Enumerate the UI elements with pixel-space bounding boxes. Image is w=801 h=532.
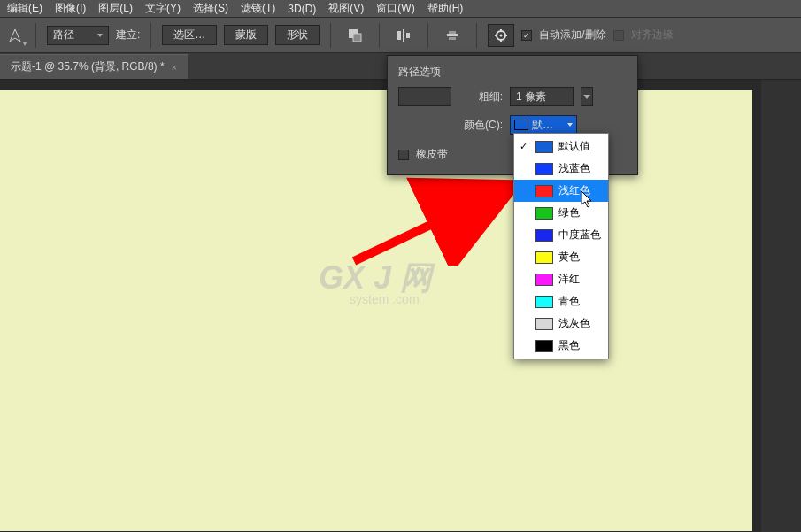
color-option-label: 黑色 [558, 338, 580, 353]
shape-button[interactable]: 形状 [275, 25, 320, 45]
color-dropdown-label: 默… [532, 118, 553, 133]
menu-type[interactable]: 文字(Y) [145, 1, 181, 16]
color-swatch [535, 274, 553, 286]
color-option-label: 绿色 [558, 205, 580, 220]
color-option-label: 青色 [558, 294, 580, 309]
color-option[interactable]: 洋红 [514, 268, 608, 290]
right-panel-strip [761, 80, 801, 532]
color-swatch [535, 318, 553, 330]
mask-button[interactable]: 蒙版 [224, 25, 268, 45]
mode-dropdown-label: 路径 [53, 27, 74, 42]
mode-dropdown[interactable]: 路径 [47, 26, 109, 45]
menu-bar: 编辑(E) 图像(I) 图层(L) 文字(Y) 选择(S) 滤镜(T) 3D(D… [0, 0, 801, 18]
menu-help[interactable]: 帮助(H) [427, 1, 464, 16]
document-tab-title: 示题-1 @ 35.7% (背景, RGB/8) * [11, 59, 165, 74]
color-option[interactable]: 绿色 [514, 202, 608, 224]
color-option[interactable]: 浅红色 [514, 180, 608, 202]
selection-button[interactable]: 选区… [162, 25, 217, 45]
color-option[interactable]: 黄色 [514, 246, 608, 268]
color-dropdown[interactable]: 默… [510, 115, 577, 135]
thickness-input[interactable] [510, 87, 574, 106]
align-edges-label: 对齐边缘 [631, 27, 674, 42]
color-swatch [535, 296, 553, 308]
color-option-label: 黄色 [558, 250, 580, 265]
color-swatch [535, 340, 553, 352]
svg-rect-5 [447, 34, 458, 36]
rubber-band-label: 橡皮带 [416, 147, 448, 162]
svg-rect-6 [449, 31, 456, 34]
thickness-stepper[interactable] [581, 87, 593, 106]
color-option-label: 洋红 [558, 272, 580, 287]
color-option-label: 默认值 [558, 139, 590, 154]
menu-window[interactable]: 窗口(W) [376, 1, 414, 16]
color-swatch [535, 229, 553, 242]
color-swatch [535, 207, 553, 220]
gear-icon[interactable] [488, 24, 514, 47]
color-option[interactable]: 青色 [514, 290, 608, 312]
color-option[interactable]: 浅灰色 [514, 312, 608, 335]
menu-3d[interactable]: 3D(D) [288, 3, 316, 15]
menu-image[interactable]: 图像(I) [55, 1, 86, 16]
menu-filter[interactable]: 滤镜(T) [241, 1, 275, 16]
color-option[interactable]: 浅蓝色 [514, 158, 608, 180]
color-option[interactable]: 黑色 [514, 335, 608, 357]
svg-rect-1 [353, 34, 361, 42]
color-option-label: 中度蓝色 [558, 227, 601, 243]
thickness-label: 粗细: [458, 89, 503, 104]
color-option[interactable]: ✓默认值 [514, 135, 608, 158]
options-toolbar: ▾ 路径 建立: 选区… 蒙版 形状 自动添加/删除 对齐边缘 [0, 18, 801, 53]
align-edges-checkbox [613, 30, 624, 41]
arrange-icon[interactable] [439, 24, 466, 47]
svg-rect-4 [406, 33, 410, 38]
svg-rect-3 [403, 29, 404, 42]
path-color-preview[interactable] [398, 87, 451, 106]
path-operations-icon[interactable] [342, 24, 368, 47]
document-canvas[interactable] [0, 90, 752, 531]
check-icon: ✓ [520, 141, 530, 152]
color-swatch [535, 141, 553, 153]
menu-select[interactable]: 选择(S) [193, 1, 228, 16]
align-icon[interactable] [390, 24, 417, 47]
color-option[interactable]: 中度蓝色 [514, 224, 608, 246]
popup-title: 路径选项 [398, 65, 627, 80]
color-option-label: 浅灰色 [558, 316, 590, 331]
menu-view[interactable]: 视图(V) [328, 1, 364, 16]
color-swatch [535, 163, 553, 175]
color-swatch [535, 185, 553, 197]
auto-add-delete-checkbox[interactable] [521, 30, 532, 41]
canvas-area [0, 80, 761, 532]
auto-add-delete-label: 自动添加/删除 [539, 27, 605, 42]
establish-label: 建立: [116, 27, 140, 42]
menu-edit[interactable]: 编辑(E) [7, 1, 42, 16]
color-option-label: 浅蓝色 [558, 161, 590, 176]
rubber-band-checkbox[interactable] [398, 150, 409, 160]
svg-rect-7 [449, 37, 456, 40]
svg-point-9 [500, 34, 503, 36]
pen-tool-icon[interactable]: ▾ [5, 23, 25, 48]
svg-rect-2 [397, 31, 401, 40]
color-swatch [535, 251, 553, 264]
color-option-label: 浅红色 [558, 183, 590, 198]
color-label: 颜色(C): [458, 118, 503, 133]
menu-layer[interactable]: 图层(L) [98, 1, 133, 16]
close-icon[interactable]: × [172, 62, 177, 73]
color-dropdown-swatch [514, 120, 528, 130]
color-dropdown-list: ✓默认值浅蓝色浅红色绿色中度蓝色黄色洋红青色浅灰色黑色 [513, 133, 609, 359]
document-tab[interactable]: 示题-1 @ 35.7% (背景, RGB/8) * × [0, 54, 188, 79]
